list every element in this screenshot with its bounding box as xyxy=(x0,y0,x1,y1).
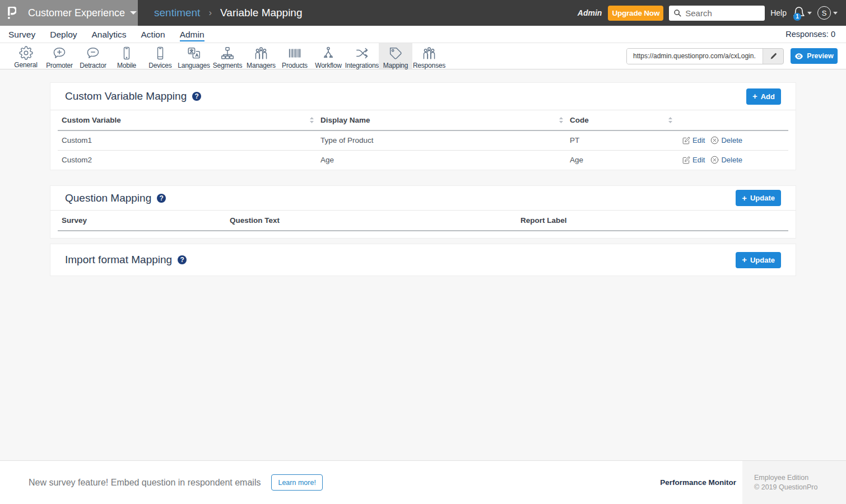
toolbar-item-general[interactable]: General xyxy=(9,43,43,69)
card-title: Question Mapping xyxy=(65,192,151,204)
toolbar-item-mobile[interactable]: Mobile xyxy=(110,43,143,69)
tab-deploy[interactable]: Deploy xyxy=(50,29,77,40)
breadcrumb-survey-link[interactable]: sentiment xyxy=(154,7,200,19)
toolbar-item-products[interactable]: Products xyxy=(278,43,312,69)
delete-link[interactable]: Delete xyxy=(721,156,742,164)
gear-icon xyxy=(19,46,33,60)
toolbar-item-label: Devices xyxy=(148,62,171,69)
toolbar-item-label: Products xyxy=(282,62,308,69)
toolbar-item-label: Managers xyxy=(247,62,276,69)
column-header-display-name[interactable]: Display Name xyxy=(317,110,566,130)
tab-survey[interactable]: Survey xyxy=(8,29,35,40)
speech-bubble-minus-icon xyxy=(86,46,100,60)
column-header-actions xyxy=(675,110,788,130)
delete-link[interactable]: Delete xyxy=(721,136,742,144)
update-button[interactable]: + Update xyxy=(736,190,781,206)
toolbar-right: Preview xyxy=(626,43,846,69)
people-group-icon xyxy=(422,46,436,60)
question-mapping-card: Question Mapping ? + Update Survey Quest… xyxy=(50,185,796,239)
edit-pencil-icon xyxy=(682,156,690,164)
breadcrumb-separator-icon: › xyxy=(208,7,212,18)
plus-icon: + xyxy=(742,194,747,203)
table-row: Custom1 Type of Product PT Edit xyxy=(58,130,788,150)
column-header-question-text[interactable]: Question Text xyxy=(226,211,517,231)
toolbar-item-label: Mapping xyxy=(383,62,408,69)
upgrade-now-button[interactable]: Upgrade Now xyxy=(608,6,663,21)
toolbar-item-mapping[interactable]: Mapping xyxy=(379,43,412,69)
sitemap-icon xyxy=(220,46,235,60)
avatar-initial: S xyxy=(822,9,827,17)
main-nav: Survey Deploy Analytics Action Admin Res… xyxy=(0,26,846,43)
main-content: Custom Variable Mapping ? + Add Custom V… xyxy=(0,69,846,460)
update-button[interactable]: + Update xyxy=(736,252,781,268)
chevron-down-icon xyxy=(130,11,137,15)
chevron-down-icon[interactable] xyxy=(807,12,812,15)
sort-icon[interactable] xyxy=(668,116,673,124)
toolbar-item-workflow[interactable]: Workflow xyxy=(312,43,345,69)
survey-url-input[interactable] xyxy=(627,49,763,64)
responses-count: Responses: 0 xyxy=(785,30,835,39)
help-icon[interactable]: ? xyxy=(157,194,166,203)
toolbar-item-managers[interactable]: Managers xyxy=(244,43,278,69)
admin-toolbar: General Promoter Detractor Mobil xyxy=(0,43,846,69)
tab-action[interactable]: Action xyxy=(141,29,165,40)
people-group-icon xyxy=(254,46,268,60)
cell-display-name: Age xyxy=(317,150,566,170)
sort-icon[interactable] xyxy=(309,116,314,124)
add-button[interactable]: + Add xyxy=(746,88,781,105)
toolbar-item-integrations[interactable]: Integrations xyxy=(345,43,379,69)
plus-icon: + xyxy=(752,92,757,101)
smartphone-icon xyxy=(154,46,167,60)
search-icon xyxy=(673,9,681,17)
toolbar-item-languages[interactable]: Languages xyxy=(177,43,211,69)
learn-more-button[interactable]: Learn more! xyxy=(271,474,322,491)
edit-link[interactable]: Edit xyxy=(692,136,705,144)
notification-badge: 1 xyxy=(793,13,801,21)
column-header-survey[interactable]: Survey xyxy=(58,211,226,231)
column-header-custom-variable[interactable]: Custom Variable xyxy=(58,110,317,130)
cell-custom-variable: Custom1 xyxy=(58,130,317,150)
toolbar-item-detractor[interactable]: Detractor xyxy=(76,43,110,69)
toolbar-item-label: Workflow xyxy=(315,62,342,69)
cell-display-name: Type of Product xyxy=(317,130,566,150)
performance-monitor-link[interactable]: Performance Monitor xyxy=(660,478,736,487)
toolbar-item-segments[interactable]: Segments xyxy=(211,43,244,69)
preview-button[interactable]: Preview xyxy=(791,48,838,64)
topbar-right: Admin Upgrade Now Help 1 S xyxy=(578,6,846,21)
custom-variable-mapping-card: Custom Variable Mapping ? + Add Custom V… xyxy=(50,82,796,170)
toolbar-item-label: Segments xyxy=(213,62,242,69)
cell-code: Age xyxy=(566,150,675,170)
search-input[interactable] xyxy=(685,8,760,18)
footer: New survey feature! Embed question in re… xyxy=(0,460,846,504)
avatar[interactable]: S xyxy=(817,6,831,20)
column-header-code[interactable]: Code xyxy=(566,110,675,130)
edit-url-button[interactable] xyxy=(763,49,783,64)
questionpro-logo-icon xyxy=(8,7,16,19)
help-link[interactable]: Help xyxy=(770,8,787,17)
row-actions: Edit Delete xyxy=(679,136,786,144)
toolbar-item-label: General xyxy=(14,61,37,69)
plus-icon: + xyxy=(742,255,747,264)
chevron-down-icon[interactable] xyxy=(833,12,838,15)
toolbar-item-promoter[interactable]: Promoter xyxy=(43,43,76,69)
notifications-button[interactable]: 1 xyxy=(792,6,805,21)
toolbar-item-responses[interactable]: Responses xyxy=(412,43,446,69)
edit-link[interactable]: Edit xyxy=(692,156,705,164)
import-format-mapping-card: Import format Mapping ? + Update xyxy=(50,244,796,276)
column-header-report-label[interactable]: Report Label xyxy=(517,211,788,231)
tab-admin[interactable]: Admin xyxy=(180,29,204,40)
help-icon[interactable]: ? xyxy=(178,255,187,264)
card-header: Import format Mapping ? + Update xyxy=(50,244,796,276)
toolbar-item-label: Languages xyxy=(178,62,210,69)
tab-analytics[interactable]: Analytics xyxy=(92,29,127,40)
toolbar-item-devices[interactable]: Devices xyxy=(143,43,177,69)
breadcrumb: sentiment › Variable Mapping xyxy=(154,7,303,19)
sort-icon[interactable] xyxy=(559,116,564,124)
help-icon[interactable]: ? xyxy=(192,92,201,101)
smartphone-icon xyxy=(120,46,133,60)
card-title: Custom Variable Mapping xyxy=(65,90,187,102)
delete-circle-x-icon xyxy=(710,156,719,164)
page-title: Variable Mapping xyxy=(220,7,302,19)
brand-switcher[interactable]: Customer Experience xyxy=(0,0,138,26)
custom-variable-table: Custom Variable Display Name Code xyxy=(58,110,788,170)
